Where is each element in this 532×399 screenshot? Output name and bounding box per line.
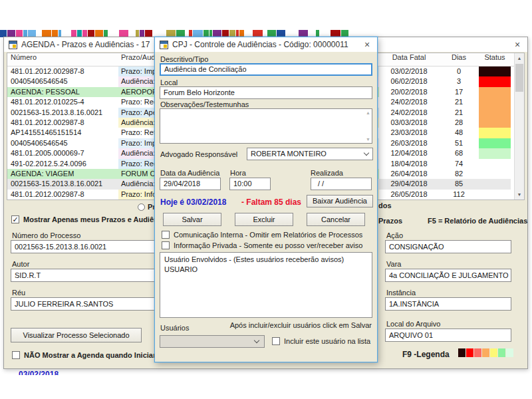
fragment-prazos: Prazos bbox=[378, 217, 402, 225]
cell-data-fatal: 20/02/2018 bbox=[379, 87, 439, 97]
status-swatch bbox=[479, 159, 511, 169]
reu-label: Réu bbox=[12, 289, 25, 297]
instancia-label: Instância bbox=[386, 289, 416, 297]
cell-data-fatal: 18/04/2018 bbox=[379, 159, 439, 169]
filter-radio[interactable] bbox=[138, 203, 145, 211]
advogado-select[interactable]: ROBERTA MONTEIRO bbox=[247, 148, 373, 160]
salvar-button[interactable]: Salvar bbox=[163, 213, 221, 226]
hide-agenda-checkbox[interactable] bbox=[12, 351, 20, 359]
status-swatch bbox=[479, 97, 511, 107]
legend-swatch bbox=[466, 348, 473, 357]
data-audiencia-field[interactable]: 29/04/2018 bbox=[160, 178, 221, 190]
data-audiencia-label: Data da Audiência bbox=[160, 169, 219, 177]
users-list-item[interactable]: USUARIO bbox=[164, 265, 368, 275]
local-arquivo-field[interactable]: ARQUIVO 01 bbox=[385, 329, 511, 342]
baixar-audiencia-button[interactable]: Baixar Audiência bbox=[307, 195, 373, 207]
cell-dias: 3 bbox=[439, 76, 479, 86]
acao-field[interactable]: CONSIGNAÇÃO bbox=[385, 240, 511, 253]
legend-swatch bbox=[498, 348, 505, 357]
comunicacao-checkbox[interactable] bbox=[162, 231, 170, 239]
hora-field[interactable]: 10:00 bbox=[229, 178, 271, 190]
usuarios-select[interactable] bbox=[160, 335, 265, 348]
process-number-label: Número do Processo bbox=[12, 231, 80, 239]
col-header-status[interactable]: Status bbox=[479, 53, 511, 66]
excluir-button[interactable]: Excluir bbox=[235, 213, 293, 226]
usuarios-label: Usuários bbox=[160, 324, 189, 332]
vara-label: Vara bbox=[386, 260, 401, 268]
incluir-checkbox[interactable] bbox=[272, 337, 280, 345]
cell-numero: 481.01.2012.010225-4 bbox=[7, 97, 118, 107]
scrollbar-thumb[interactable] bbox=[515, 64, 523, 92]
cell-data-fatal: 06/02/2018 bbox=[379, 76, 439, 86]
cell-dias: 17 bbox=[439, 87, 479, 97]
dialog-app-icon bbox=[160, 41, 168, 49]
privada-checkbox[interactable] bbox=[162, 241, 170, 249]
col-header-numero[interactable]: Número bbox=[7, 53, 118, 66]
cell-numero: 00405406546545 bbox=[7, 76, 118, 86]
col-header-dias[interactable]: Dias bbox=[439, 53, 479, 66]
cell-dias: 82 bbox=[439, 169, 479, 179]
observacoes-textarea[interactable]: ▲ ▼ bbox=[160, 108, 372, 144]
reu-field[interactable]: JULIO FERREIRA R.SANTOS bbox=[11, 297, 156, 311]
dialog-title: CPJ - Controle de Audiências - Código: 0… bbox=[172, 40, 348, 49]
users-list-header: Usuário Envolvidos - (Estes usuários rec… bbox=[164, 255, 368, 265]
cell-data-fatal: 26/05/2018 bbox=[379, 190, 439, 200]
scroll-up-icon[interactable]: ▲ bbox=[515, 53, 524, 63]
status-swatch bbox=[479, 108, 511, 118]
cell-data-fatal: 26/04/2018 bbox=[379, 169, 439, 179]
legend-swatch bbox=[506, 348, 513, 357]
textarea-scroll-down-icon[interactable]: ▼ bbox=[366, 137, 370, 142]
app-icon bbox=[9, 41, 17, 49]
legend-swatch bbox=[482, 348, 489, 357]
cell-dias: 85 bbox=[439, 179, 479, 189]
cell-dias: 48 bbox=[439, 128, 479, 138]
users-list-items: USUARIO bbox=[164, 265, 368, 275]
cell-numero: 481.01.2005.000069-7 bbox=[7, 148, 118, 158]
cell-dias: 68 bbox=[439, 148, 479, 158]
cell-data-fatal: 26/03/2018 bbox=[379, 138, 439, 148]
autor-field[interactable]: SID.R.T bbox=[11, 269, 156, 282]
legend-swatches bbox=[458, 348, 514, 357]
status-swatch bbox=[479, 66, 511, 76]
cell-numero: 481.01.2012.002987-8 bbox=[7, 118, 118, 128]
cell-numero: 00405406546545 bbox=[7, 138, 118, 148]
col-header-data-fatal[interactable]: Data Fatal bbox=[379, 53, 439, 66]
incluir-label: Incluir este usuário na lista bbox=[284, 337, 370, 345]
autor-label: Autor bbox=[12, 260, 29, 268]
descritivo-field[interactable]: Audiência de Conciliação bbox=[160, 63, 372, 76]
instancia-field[interactable]: 1A.INSTÂNCIA bbox=[385, 297, 511, 311]
legend-swatch bbox=[458, 348, 466, 357]
show-mine-checkbox[interactable]: ✓ bbox=[11, 215, 19, 223]
status-swatch bbox=[479, 118, 511, 128]
scroll-down-icon[interactable]: ▼ bbox=[515, 190, 524, 200]
cell-numero: 481.01.2012.002987-8 bbox=[7, 66, 118, 76]
status-swatch bbox=[479, 138, 511, 148]
close-icon[interactable]: × bbox=[512, 39, 523, 51]
cell-numero: 0021563-15.2013.8.16.0021 bbox=[7, 179, 118, 189]
comunicacao-label: Comunicação Interna - Omitir em Relatóri… bbox=[174, 231, 362, 239]
cell-dias: 74 bbox=[439, 159, 479, 169]
status-swatch bbox=[479, 148, 511, 158]
cancelar-button[interactable]: Cancelar bbox=[307, 213, 365, 226]
cell-numero: AP141551465151514 bbox=[7, 128, 118, 138]
privada-label: Informação Privada - Somente eu posso ve… bbox=[174, 241, 362, 249]
vara-field[interactable]: 4a CONCILIAÇÃO E JULGAMENTO bbox=[385, 269, 511, 282]
process-number-field[interactable]: 0021563-15.2013.8.16.0021 bbox=[11, 240, 156, 253]
cell-numero: 481.01.2012.002987-8 bbox=[7, 190, 118, 200]
f5-shortcut-label: F5 = Relatório de Audiências bbox=[428, 217, 527, 225]
local-field[interactable]: Forum Belo Horizonte bbox=[160, 86, 372, 99]
dialog-close-icon[interactable]: × bbox=[362, 39, 372, 51]
cell-numero: 491-02.2012.5.24.0096 bbox=[7, 159, 118, 169]
dialog-titlebar: CPJ - Controle de Audiências - Código: 0… bbox=[155, 37, 377, 52]
status-swatch bbox=[479, 76, 511, 86]
legend-swatch bbox=[490, 348, 497, 357]
users-hint: Após incluir/excluir usuários click em S… bbox=[230, 321, 372, 329]
cell-data-fatal: 29/04/2018 bbox=[379, 179, 439, 189]
visualize-process-button[interactable]: Visualizar Processo Selecionado bbox=[11, 328, 142, 342]
textarea-scroll-up-icon[interactable]: ▲ bbox=[366, 110, 370, 115]
cell-numero: AGENDA: VIAGEM bbox=[7, 169, 118, 179]
users-listbox[interactable]: Usuário Envolvidos - (Estes usuários rec… bbox=[160, 252, 372, 318]
cell-dias: 112 bbox=[439, 190, 479, 200]
table-scrollbar[interactable]: ▲ ▼ bbox=[514, 53, 524, 200]
realizada-field[interactable]: / / bbox=[311, 178, 372, 190]
